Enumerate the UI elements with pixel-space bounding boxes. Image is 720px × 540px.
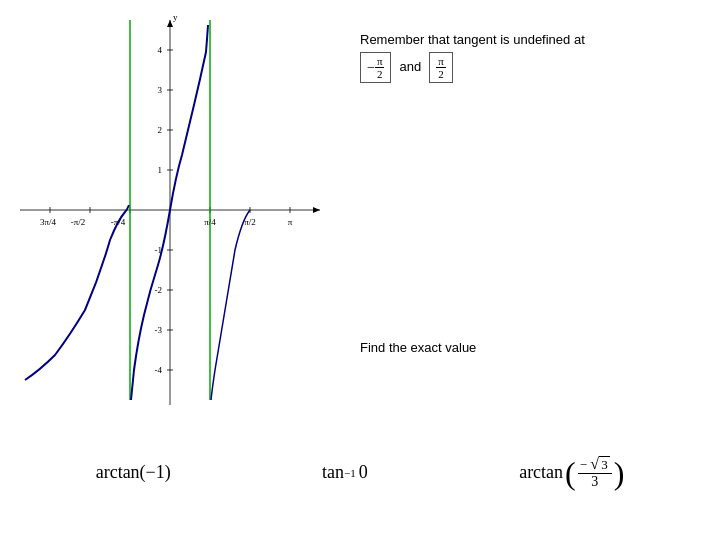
tan-arg: 0 bbox=[359, 462, 368, 483]
frac-den-2: 2 bbox=[436, 68, 446, 80]
svg-text:y: y bbox=[173, 12, 178, 22]
svg-text:-1: -1 bbox=[155, 245, 163, 255]
info-area: Remember that tangent is undefined at − … bbox=[360, 30, 700, 83]
right-paren: ) bbox=[614, 457, 625, 489]
remember-text: Remember that tangent is undefined at − … bbox=[360, 30, 700, 83]
bottom-expressions: arctan(−1) tan−10 arctan ( − √3 3 ) bbox=[20, 455, 700, 490]
left-paren: ( bbox=[565, 457, 576, 489]
tan-superscript: −1 bbox=[344, 467, 356, 479]
sqrt-radical: √ bbox=[590, 455, 599, 473]
svg-text:-4: -4 bbox=[155, 365, 163, 375]
expr-arctan-neg1: arctan(−1) bbox=[96, 462, 171, 483]
find-text-label: Find the exact value bbox=[360, 340, 476, 355]
svg-text:-π/2: -π/2 bbox=[71, 217, 86, 227]
frac-num-1: π bbox=[375, 55, 385, 68]
sqrt-3: √3 bbox=[590, 455, 609, 473]
svg-text:2: 2 bbox=[158, 125, 163, 135]
frac-sqrt3-num: − √3 bbox=[578, 455, 612, 474]
frac-num-2: π bbox=[436, 55, 446, 68]
math-box-2: π 2 bbox=[429, 52, 453, 83]
svg-text:-π/4: -π/4 bbox=[111, 217, 126, 227]
svg-text:3π/4: 3π/4 bbox=[40, 217, 57, 227]
svg-text:π/4: π/4 bbox=[204, 217, 216, 227]
svg-text:3: 3 bbox=[158, 85, 163, 95]
graph-area: -π/4 -π/2 π/4 π/2 π 3π/4 1 2 3 4 -1 -2 -… bbox=[10, 10, 330, 410]
arctan-label-2: arctan bbox=[519, 462, 563, 483]
remember-line1: Remember that tangent is undefined at bbox=[360, 30, 700, 50]
svg-text:π/2: π/2 bbox=[244, 217, 256, 227]
neg-sign-frac: − bbox=[580, 457, 587, 472]
page: -π/4 -π/2 π/4 π/2 π 3π/4 1 2 3 4 -1 -2 -… bbox=[0, 0, 720, 540]
svg-text:1: 1 bbox=[158, 165, 163, 175]
sqrt-content: 3 bbox=[599, 456, 610, 473]
frac-sqrt3-den: 3 bbox=[589, 474, 600, 490]
svg-text:-2: -2 bbox=[155, 285, 163, 295]
neg-sign-1: − bbox=[367, 57, 375, 78]
math-box-1: − π 2 bbox=[360, 52, 391, 83]
svg-text:-3: -3 bbox=[155, 325, 163, 335]
neg-fraction: − √3 3 bbox=[578, 455, 612, 490]
and-label: and bbox=[399, 57, 421, 77]
expr-arctan-frac: arctan ( − √3 3 ) bbox=[519, 455, 624, 490]
fraction-2: π 2 bbox=[436, 55, 446, 80]
arctan-label-1: arctan(−1) bbox=[96, 462, 171, 483]
svg-text:π: π bbox=[288, 217, 293, 227]
svg-text:4: 4 bbox=[158, 45, 163, 55]
fraction-1: π 2 bbox=[375, 55, 385, 80]
remember-line2: − π 2 and π 2 bbox=[360, 52, 700, 83]
expr-tan-inv-0: tan−10 bbox=[322, 462, 368, 483]
tan-label: tan bbox=[322, 462, 344, 483]
frac-den-1: 2 bbox=[375, 68, 385, 80]
